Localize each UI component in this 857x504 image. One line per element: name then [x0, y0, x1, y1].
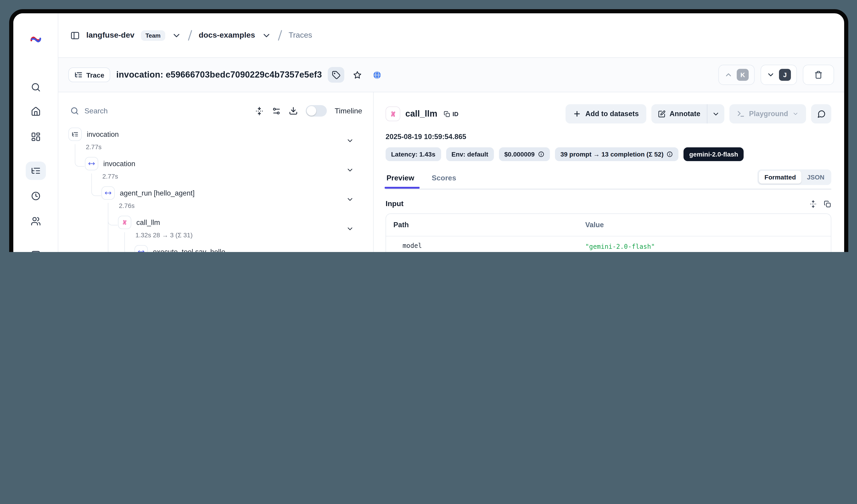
plus-icon	[573, 110, 581, 118]
breadcrumb-environment[interactable]: docs-examples	[199, 31, 255, 40]
kv-value: "gemini-2.0-flash"	[578, 236, 831, 252]
users-icon[interactable]	[26, 212, 46, 231]
collapse-chevron-icon[interactable]	[346, 137, 354, 147]
shortcut-key-k: K	[737, 69, 749, 81]
sidebar-toggle-icon[interactable]	[70, 31, 80, 40]
annotate-button[interactable]: Annotate	[651, 104, 707, 123]
collapse-chevron-icon[interactable]	[346, 225, 354, 235]
tree-node-metrics: 1.32s 28 → 3 (Σ 31)	[58, 231, 367, 239]
span-icon	[134, 245, 148, 252]
trace-title: invocation: e59666703bedc7090229c4b7357e…	[116, 70, 322, 80]
trace-chip-label: Trace	[86, 71, 104, 79]
format-option-formatted[interactable]: Formatted	[759, 171, 802, 184]
column-value: Value	[578, 214, 831, 236]
search-input[interactable]: Search	[70, 106, 247, 115]
app-window: langfuse-dev Team docs-examples Traces T…	[9, 9, 848, 252]
desktop-background: langfuse-dev Team docs-examples Traces T…	[0, 0, 857, 252]
trace-header: Trace invocation: e59666703bedc7090229c4…	[58, 58, 844, 92]
langfuse-logo-icon	[30, 34, 41, 46]
observation-badges: Latency: 1.43sEnv: default$0.00000939 pr…	[386, 147, 831, 161]
tree-node-label: agent_run [hello_agent]	[120, 189, 195, 197]
tree-toolbar: Search Timeline	[58, 92, 373, 124]
span-icon	[101, 186, 115, 200]
input-title: Input	[386, 200, 403, 208]
collapse-chevron-icon[interactable]	[346, 196, 354, 205]
detail-tabs: Preview Scores Formatted JSON	[386, 169, 831, 189]
sessions-clock-icon[interactable]	[26, 187, 46, 205]
column-path: Path	[386, 214, 578, 236]
tab-preview[interactable]: Preview	[386, 170, 415, 188]
delete-trace-button[interactable]	[803, 65, 834, 85]
format-toggle: Formatted JSON	[758, 169, 831, 185]
breadcrumb-section[interactable]: Traces	[288, 31, 312, 40]
add-to-datasets-button[interactable]: Add to datasets	[566, 104, 646, 123]
tree-node-label: call_llm	[136, 218, 160, 226]
kv-key: model	[403, 242, 422, 249]
collapse-all-icon[interactable]	[255, 106, 264, 115]
timeline-toggle[interactable]	[306, 105, 327, 117]
metric-badge: 39 prompt → 13 completion (Σ 52)	[555, 147, 679, 161]
observation-detail-panel: call_llm ID Add to datasets	[374, 92, 844, 252]
search-nav-icon[interactable]	[26, 78, 46, 96]
prompts-icon[interactable]	[26, 246, 46, 252]
tree-node-label: invocation	[103, 159, 135, 168]
observation-title: call_llm	[405, 109, 437, 119]
tree-node-invocation[interactable]: invocation 2.77s	[58, 128, 367, 151]
tree-node-label: invocation	[87, 130, 119, 138]
tree-node-execute-tool-say-hello[interactable]: execute_tool say_hello	[58, 245, 367, 252]
public-globe-icon[interactable]	[370, 68, 384, 82]
annotate-button-group: Annotate	[651, 104, 724, 123]
home-icon[interactable]	[26, 102, 46, 121]
previous-trace-button[interactable]: K	[718, 65, 755, 85]
expand-section-icon[interactable]	[809, 200, 817, 208]
trace-type-chip: Trace	[68, 67, 110, 82]
input-section-header: Input	[386, 200, 831, 208]
tab-scores[interactable]: Scores	[431, 170, 457, 188]
content-row: Search Timeline	[58, 92, 844, 252]
star-icon[interactable]	[351, 68, 364, 82]
comment-bubble-icon	[817, 110, 826, 118]
metric-badge: Latency: 1.43s	[386, 147, 441, 161]
project-chevron-down-icon[interactable]	[172, 31, 181, 40]
breadcrumb-project[interactable]: langfuse-dev	[86, 31, 134, 40]
next-trace-button[interactable]: J	[761, 65, 797, 85]
annotate-dropdown-button[interactable]	[707, 104, 724, 123]
sidebar	[13, 13, 58, 252]
copy-id-button[interactable]: ID	[443, 111, 458, 117]
comments-button[interactable]	[811, 104, 831, 123]
input-table: Path Value model "gemini-2.0-flash" conf…	[386, 214, 831, 252]
kv-row-model[interactable]: model "gemini-2.0-flash"	[386, 236, 831, 252]
tree-node-call-llm[interactable]: call_llm 1.32s 28 → 3 (Σ 31)	[58, 216, 367, 239]
timeline-label: Timeline	[335, 107, 362, 115]
environment-chevron-down-icon[interactable]	[262, 31, 271, 40]
team-badge: Team	[141, 30, 165, 40]
span-icon	[85, 157, 98, 170]
tree-node-agent-run-hello-agent-[interactable]: agent_run [hello_agent] 2.76s	[58, 186, 367, 209]
collapse-chevron-icon[interactable]	[346, 166, 354, 176]
tree-settings-icon[interactable]	[272, 106, 281, 115]
playground-button[interactable]: Playground	[729, 104, 806, 123]
tree-node-metrics: 2.77s	[58, 143, 367, 151]
dashboards-icon[interactable]	[26, 128, 46, 146]
chevron-down-icon	[792, 111, 799, 117]
info-icon[interactable]	[538, 151, 544, 157]
download-icon[interactable]	[289, 106, 298, 115]
info-icon[interactable]	[667, 151, 673, 157]
observation-timestamp: 2025-08-19 10:59:54.865	[386, 133, 831, 141]
metric-badge: $0.000009	[499, 147, 550, 161]
tree-node-invocation[interactable]: invocation 2.77s	[58, 157, 367, 180]
tag-icon[interactable]	[328, 67, 345, 83]
tracing-icon[interactable]	[26, 162, 46, 180]
breadcrumb-separator	[188, 30, 192, 41]
trace-tree: invocation 2.77s invocation 2.77s agent_…	[58, 124, 373, 252]
shortcut-key-j: J	[779, 69, 791, 81]
trace-icon	[68, 128, 82, 141]
generation-icon	[118, 216, 131, 229]
format-option-json[interactable]: JSON	[802, 171, 830, 184]
copy-section-icon[interactable]	[823, 200, 831, 208]
terminal-icon	[737, 110, 745, 118]
generation-icon	[386, 106, 400, 121]
pen-square-icon	[658, 110, 665, 118]
search-icon	[70, 106, 79, 115]
trace-tree-panel: Search Timeline	[58, 92, 374, 252]
